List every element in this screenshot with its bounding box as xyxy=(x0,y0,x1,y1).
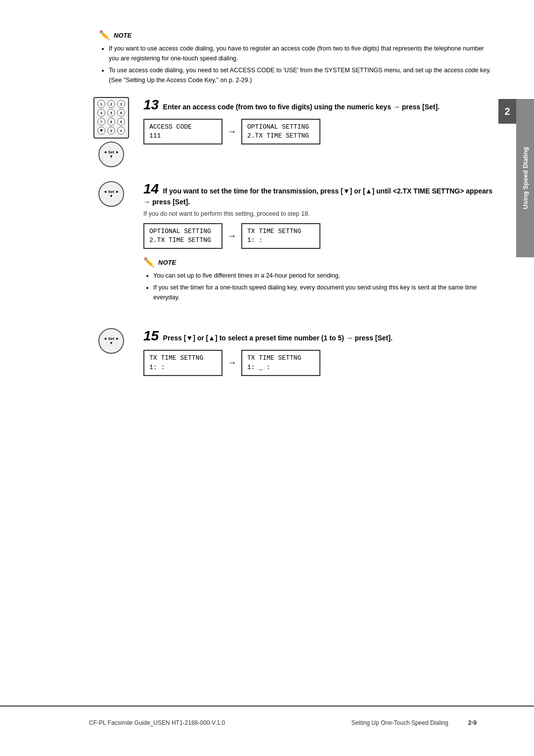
key-8: 8 xyxy=(107,118,115,126)
key-star: ✱ xyxy=(97,127,105,135)
step15-text: Press [▼] or [▲] to select a preset time… xyxy=(163,334,393,342)
note1-section: ✏️ NOTE If you want to use access code d… xyxy=(99,30,494,85)
step14-lcd1-line2: 2.TX TIME SETTNG xyxy=(149,236,217,245)
note2-section: ✏️ NOTE You can set up to five different… xyxy=(143,257,494,302)
step15-section: ◄ Set ► ▼ 15 Press [▼] or [▲] to select … xyxy=(89,328,494,379)
step13-lcd-container: ACCESS CODE 111 → OPTIONAL SETTING 2.TX … xyxy=(143,119,494,144)
step13-lcd2: OPTIONAL SETTING 2.TX TIME SETTNG xyxy=(241,119,320,144)
step15-number: 15 xyxy=(143,328,159,343)
step14-section: ◄ Set ► ▼ 14 If you want to set the time… xyxy=(89,181,494,314)
note1-label: NOTE xyxy=(114,32,132,39)
note2-bullet-2: If you set the timer for a one-touch spe… xyxy=(153,283,494,302)
step13-number: 13 xyxy=(143,97,159,112)
key-1: 1 xyxy=(97,100,105,108)
side-tab: Using Speed Dialing xyxy=(516,99,534,257)
footer-right-group: Setting Up One-Touch Speed Dialing 2-9 xyxy=(352,719,477,726)
nav-button-illustration-15: ◄ Set ► ▼ xyxy=(98,328,124,354)
step15-lcd1-line2: 1: : xyxy=(149,363,217,372)
key-6: 6 xyxy=(117,109,125,117)
step14-subtext: If you do not want to perform this setti… xyxy=(143,210,494,217)
step14-arrow: → xyxy=(227,231,236,241)
note1-bullet-2: To use access code dialing, you need to … xyxy=(109,65,494,85)
step15-lcd1-line1: TX TIME SETTNG xyxy=(149,354,217,363)
step15-image: ◄ Set ► ▼ xyxy=(89,328,134,354)
step14-number: 14 xyxy=(143,181,159,196)
note2-icon: ✏️ xyxy=(143,257,154,268)
nav-btn-label: ◄ Set ► xyxy=(103,189,120,194)
note2-bullets: You can set up to five different times i… xyxy=(153,271,494,302)
key-7: 7 xyxy=(97,118,105,126)
step14-lcd2-line1: TX TIME SETTNG xyxy=(247,227,314,236)
step13-section: 1 2 3 4 5 6 7 8 9 ✱ 0 # xyxy=(89,97,494,167)
note2-bullet-1: You can set up to five different times i… xyxy=(153,271,494,281)
step14-lcd1-line1: OPTIONAL SETTING xyxy=(149,227,217,236)
step15-lcd2-line1: TX TIME SETTNG xyxy=(247,354,314,363)
step15-lcd2-line2: 1: _ : xyxy=(247,363,314,372)
nav-btn-down-15: ▼ xyxy=(109,341,113,345)
step14-lcd-container: OPTIONAL SETTING 2.TX TIME SETTNG → TX T… xyxy=(143,223,494,249)
key-5: 5 xyxy=(107,109,115,117)
set-btn-down: ▼ xyxy=(109,154,113,159)
step13-lcd1-line1: ACCESS CODE xyxy=(149,123,217,132)
step13-content: 13 Enter an access code (from two to fiv… xyxy=(143,97,494,148)
step14-heading: 14 If you want to set the time for the t… xyxy=(143,181,494,207)
key-hash: # xyxy=(117,127,125,135)
step15-arrow: → xyxy=(227,358,236,368)
step15-heading: 15 Press [▼] or [▲] to select a preset t… xyxy=(143,328,494,344)
set-btn-wrap: ◄ Set ► ▼ xyxy=(98,142,124,167)
note-icon: ✏️ xyxy=(99,30,110,41)
keypad-illustration: 1 2 3 4 5 6 7 8 9 ✱ 0 # xyxy=(93,97,129,139)
note2-header: ✏️ NOTE xyxy=(143,257,494,268)
page-container: Using Speed Dialing 2 ✏️ NOTE If you wan… xyxy=(0,0,534,756)
footer-page: 2-9 xyxy=(468,719,477,726)
step15-lcd-container: TX TIME SETTNG 1: : → TX TIME SETTNG 1: … xyxy=(143,350,494,376)
footer-left: CF-PL Facsimile Guide_USEN HT1-2188-000-… xyxy=(89,719,225,726)
note1-bullet-1: If you want to use access code dialing, … xyxy=(109,44,494,63)
step13-heading: 13 Enter an access code (from two to fiv… xyxy=(143,97,494,113)
step14-content: 14 If you want to set the time for the t… xyxy=(143,181,494,314)
step13-lcd1: ACCESS CODE 111 xyxy=(143,119,222,144)
nav-btn-label-15: ◄ Set ► xyxy=(103,336,120,341)
step14-lcd2-line2: 1: : xyxy=(247,236,314,245)
chapter-number: 2 xyxy=(504,106,510,117)
set-btn-label: ◄ Set ► xyxy=(103,150,120,154)
chapter-box: 2 xyxy=(498,99,516,124)
note1-header: ✏️ NOTE xyxy=(99,30,494,41)
key-4: 4 xyxy=(97,109,105,117)
step14-lcd2: TX TIME SETTNG 1: : xyxy=(241,223,320,249)
step15-lcd2: TX TIME SETTNG 1: _ : xyxy=(241,350,320,376)
key-0: 0 xyxy=(107,127,115,135)
step14-text: If you want to set the time for the tran… xyxy=(143,187,492,206)
step13-image: 1 2 3 4 5 6 7 8 9 ✱ 0 # xyxy=(89,97,134,167)
side-tab-text: Using Speed Dialing xyxy=(522,147,529,209)
step15-content: 15 Press [▼] or [▲] to select a preset t… xyxy=(143,328,494,379)
nav-btn-down: ▼ xyxy=(109,194,113,198)
step14-image: ◄ Set ► ▼ xyxy=(89,181,134,207)
step13-text: Enter an access code (from two to five d… xyxy=(163,103,440,111)
step15-lcd1: TX TIME SETTNG 1: : xyxy=(143,350,222,376)
nav-button-illustration: ◄ Set ► ▼ xyxy=(98,181,124,207)
step13-lcd2-line1: OPTIONAL SETTING xyxy=(247,123,314,132)
step13-lcd1-line2: 111 xyxy=(149,132,217,141)
step13-lcd2-line2: 2.TX TIME SETTNG xyxy=(247,132,314,141)
step14-lcd1: OPTIONAL SETTING 2.TX TIME SETTNG xyxy=(143,223,222,249)
footer: CF-PL Facsimile Guide_USEN HT1-2188-000-… xyxy=(0,719,516,726)
key-2: 2 xyxy=(107,100,115,108)
note2-label: NOTE xyxy=(158,259,176,266)
key-3: 3 xyxy=(117,100,125,108)
note1-bullets: If you want to use access code dialing, … xyxy=(109,44,494,85)
key-9: 9 xyxy=(117,118,125,126)
set-button-illustration: ◄ Set ► ▼ xyxy=(98,142,124,167)
footer-right-label: Setting Up One-Touch Speed Dialing xyxy=(352,719,448,726)
step13-arrow: → xyxy=(227,127,236,137)
bottom-divider xyxy=(0,706,534,707)
